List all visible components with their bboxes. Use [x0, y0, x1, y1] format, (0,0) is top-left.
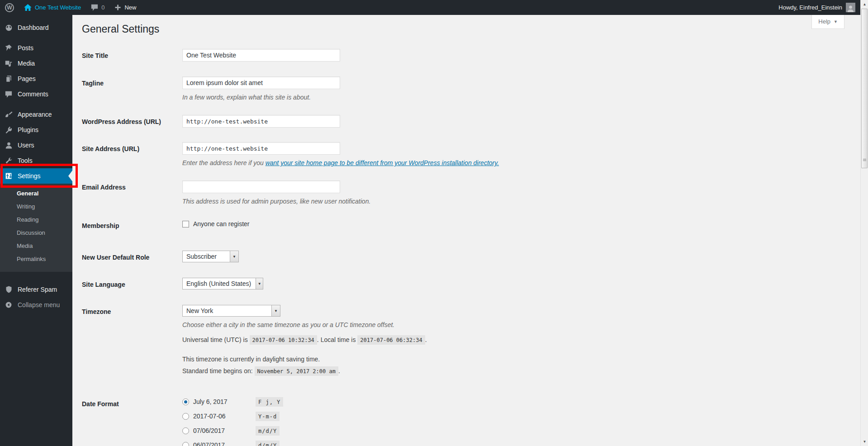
sidebar-item-label: Media — [18, 60, 35, 67]
user-icon — [4, 142, 13, 149]
wordpress-logo-menu[interactable]: W — [0, 0, 19, 15]
local-time-code: 2017-07-06 06:32:34 — [357, 335, 425, 345]
site-address-label: Site Address (URL) — [82, 142, 182, 167]
date-format-radio[interactable] — [182, 399, 189, 405]
brush-icon — [4, 111, 13, 118]
sidebar-item-label: Settings — [18, 172, 41, 180]
submenu-item-discussion[interactable]: Discussion — [0, 226, 72, 239]
date-format-option: 2017-07-06 Y-m-d — [182, 412, 842, 421]
comments-menu[interactable]: 0 — [86, 0, 109, 15]
home-icon — [24, 4, 32, 11]
howdy-account-label[interactable]: Howdy, Einfred_Einstein — [778, 4, 842, 11]
site-language-select[interactable]: English (United States) ▼ — [182, 278, 263, 289]
select-arrow-icon: ▼ — [230, 251, 238, 262]
date-format-radio[interactable] — [182, 427, 189, 434]
submenu-item-permalinks[interactable]: Permalinks — [0, 252, 72, 266]
tagline-row: Tagline In a few words, explain what thi… — [82, 76, 842, 101]
tagline-input[interactable] — [182, 76, 340, 89]
site-address-input[interactable] — [182, 142, 340, 155]
sidebar-item-comments[interactable]: Comments — [0, 86, 72, 102]
sidebar-item-label: Plugins — [18, 126, 38, 133]
email-address-label: Email Address — [82, 180, 182, 205]
sidebar-item-label: Users — [18, 142, 34, 149]
new-label: New — [124, 4, 136, 11]
date-format-code: Y-m-d — [256, 412, 280, 421]
home-page-different-link[interactable]: want your site home page to be different… — [266, 159, 499, 166]
sidebar-item-collapse-menu[interactable]: Collapse menu — [0, 297, 72, 313]
utc-prefix: Universal time (UTC) is — [182, 336, 248, 343]
site-name-menu[interactable]: One Test Website — [19, 0, 86, 15]
sidebar-item-tools[interactable]: Tools — [0, 153, 72, 168]
settings-submenu: General Writing Reading Discussion Media… — [0, 184, 72, 272]
email-address-help: This address is used for admin purposes,… — [182, 197, 842, 205]
anyone-can-register-checkbox[interactable] — [182, 221, 189, 228]
timezone-select[interactable]: New York ▼ — [182, 305, 280, 317]
email-address-row: Email Address This address is used for a… — [82, 180, 842, 205]
sidebar-item-users[interactable]: Users — [0, 138, 72, 153]
timezone-help: Choose either a city in the same timezon… — [182, 321, 842, 329]
site-language-label: Site Language — [82, 278, 182, 289]
timezone-label: Timezone — [82, 305, 182, 376]
email-address-input[interactable] — [182, 180, 340, 193]
sidebar-item-settings[interactable]: Settings — [0, 168, 72, 184]
date-format-radio[interactable] — [182, 413, 189, 420]
sidebar-item-posts[interactable]: Posts — [0, 40, 72, 56]
comments-icon — [4, 91, 13, 98]
date-format-option-text: 2017-07-06 — [193, 413, 256, 420]
new-user-role-value: Subscriber — [183, 251, 221, 262]
vertical-scrollbar[interactable]: ▲ ▼ — [860, 0, 868, 446]
new-user-role-label: New User Default Role — [82, 251, 182, 262]
help-button[interactable]: Help ▼ — [811, 15, 844, 29]
sidebar-item-label: Posts — [18, 44, 33, 52]
local-prefix: . Local time is — [317, 336, 356, 343]
date-format-label: Date Format — [82, 397, 182, 446]
submenu-item-media[interactable]: Media — [0, 239, 72, 252]
comment-count: 0 — [101, 4, 104, 11]
site-language-value: English (United States) — [183, 278, 256, 289]
submenu-item-writing[interactable]: Writing — [0, 200, 72, 213]
plus-icon — [114, 4, 121, 11]
sidebar-item-appearance[interactable]: Appearance — [0, 107, 72, 122]
pages-icon — [4, 75, 13, 82]
site-address-help-prefix: Enter the address here if you — [182, 159, 266, 166]
std-time-code: November 5, 2017 2:00 am — [255, 366, 338, 376]
date-format-row: Date Format July 6, 2017 F j, Y 2017-07-… — [82, 397, 842, 446]
admin-bar: W One Test Website 0 New Howdy, Einfred_… — [0, 0, 868, 15]
date-format-code: m/d/Y — [256, 426, 280, 436]
new-content-menu[interactable]: New — [109, 0, 141, 15]
date-format-radio[interactable] — [182, 442, 189, 446]
sidebar-item-label: Referer Spam — [18, 286, 57, 293]
tagline-label: Tagline — [82, 76, 182, 101]
new-user-role-select[interactable]: Subscriber ▼ — [182, 251, 239, 262]
shield-icon — [4, 286, 13, 293]
date-format-option: July 6, 2017 F j, Y — [182, 397, 842, 406]
sidebar-item-label: Pages — [18, 75, 36, 82]
page-title: General Settings — [82, 23, 842, 36]
wrench-icon — [4, 157, 13, 164]
date-format-option-text: 06/07/2017 — [193, 441, 256, 446]
dst-block: This timezone is currently in daylight s… — [182, 354, 842, 376]
site-address-row: Site Address (URL) Enter the address her… — [82, 142, 842, 167]
site-title-row: Site Title — [82, 49, 842, 62]
sidebar-item-dashboard[interactable]: Dashboard — [0, 20, 72, 35]
sidebar-item-referer-spam[interactable]: Referer Spam — [0, 282, 72, 297]
submenu-item-general[interactable]: General — [0, 187, 72, 200]
membership-row: Membership Anyone can register — [82, 219, 842, 230]
select-arrow-icon: ▼ — [271, 305, 280, 316]
sidebar-item-label: Dashboard — [18, 24, 49, 31]
date-format-option: 07/06/2017 m/d/Y — [182, 426, 842, 435]
sidebar-item-plugins[interactable]: Plugins — [0, 122, 72, 138]
scrollbar-thumb[interactable] — [861, 9, 868, 168]
scrollbar-grip — [863, 159, 866, 161]
user-avatar[interactable] — [846, 3, 855, 12]
scroll-down-arrow[interactable]: ▼ — [861, 438, 868, 446]
submenu-item-reading[interactable]: Reading — [0, 213, 72, 226]
date-format-code: d/m/Y — [256, 441, 280, 446]
sidebar-item-media[interactable]: Media — [0, 56, 72, 71]
dashboard-icon — [4, 24, 13, 32]
date-format-option-text: 07/06/2017 — [193, 427, 256, 434]
scroll-up-arrow[interactable]: ▲ — [861, 0, 868, 8]
site-title-input[interactable] — [182, 49, 340, 62]
wordpress-address-input[interactable] — [182, 115, 340, 128]
sidebar-item-pages[interactable]: Pages — [0, 71, 72, 86]
